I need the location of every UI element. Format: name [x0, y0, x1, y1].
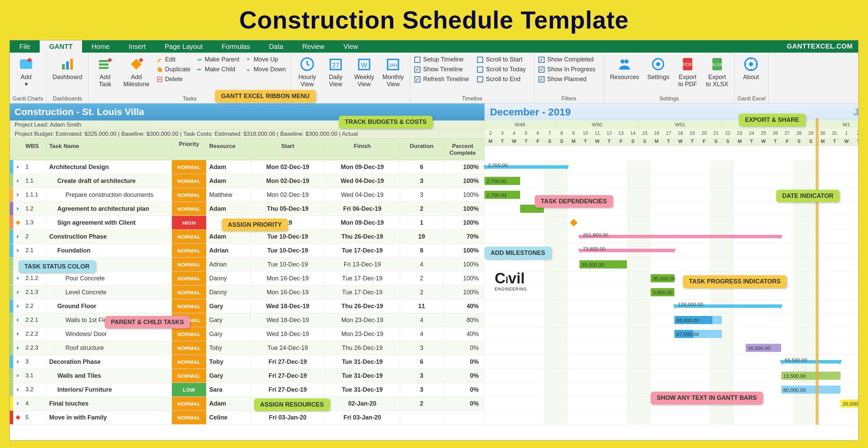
cell-finish[interactable]: Wed 04-Dec-19: [325, 188, 400, 202]
cell-duration[interactable]: 6: [400, 355, 444, 369]
cell-priority[interactable]: NORMAL: [172, 369, 206, 382]
cell-finish[interactable]: Mon 09-Dec-19: [325, 160, 400, 174]
cell-percent[interactable]: 40%: [444, 299, 485, 313]
cell-percent[interactable]: 70%: [444, 230, 485, 243]
table-row[interactable]: 5Move in with FamilyNORMALCelineFri 03-J…: [10, 411, 485, 425]
cell-duration[interactable]: 3: [400, 188, 444, 202]
cell-resource[interactable]: Danny: [206, 272, 251, 285]
cell-percent[interactable]: 100%: [444, 188, 485, 202]
about-button[interactable]: About: [737, 54, 765, 83]
cell-finish[interactable]: Tue 17-Dec-19: [325, 244, 400, 257]
cell-priority[interactable]: NORMAL: [172, 355, 206, 369]
gantt-summary-bar[interactable]: 2,700.00: [485, 165, 568, 169]
exportpdf-button[interactable]: PDFExport to PDF: [674, 54, 701, 90]
gantt-task-bar[interactable]: 65,000.00: [674, 316, 722, 324]
cell-priority[interactable]: NORMAL: [172, 244, 206, 257]
cell-task-name[interactable]: Create draft of architecture: [46, 174, 172, 188]
cell-duration[interactable]: 2: [400, 272, 444, 285]
cell-resource[interactable]: Adam: [206, 174, 251, 188]
cell-duration[interactable]: 8: [400, 244, 444, 257]
table-row[interactable]: 1Architectural DesignNORMALAdamMon 02-De…: [10, 160, 485, 174]
cell-duration[interactable]: 4: [400, 313, 444, 327]
cell-priority[interactable]: NORMAL: [172, 327, 206, 341]
table-row[interactable]: 2.2.2Windows/ DoorNORMALGaryWed 18-Dec-1…: [10, 327, 485, 341]
row-marker-icon[interactable]: [13, 244, 23, 257]
movedown-button[interactable]: Move Down: [243, 65, 288, 74]
cell-priority[interactable]: NORMAL: [172, 285, 206, 299]
cell-finish[interactable]: Tue 17-Dec-19: [325, 285, 400, 299]
gantt-task-bar[interactable]: 47,000.00: [674, 330, 722, 338]
cell-duration[interactable]: 2: [400, 285, 444, 299]
row-marker-icon[interactable]: [13, 327, 23, 341]
gantt-task-bar[interactable]: 13,500.00: [781, 372, 841, 380]
gantt-summary-bar[interactable]: 201,800.00: [579, 235, 781, 238]
menu-data[interactable]: Data: [259, 40, 293, 53]
menu-page-layout[interactable]: Page Layout: [155, 40, 212, 53]
cell-task-name[interactable]: Decoration Phase: [46, 355, 172, 369]
cell-start[interactable]: Fri 03-Jan-20: [251, 411, 325, 424]
gantt-task-bar[interactable]: 80,000.00: [781, 386, 841, 394]
addtask-button[interactable]: Add Task: [92, 54, 119, 90]
cell-start[interactable]: Tue 10-Dec-19: [251, 230, 325, 243]
check-scroll-to-start[interactable]: Scroll to Start: [476, 55, 527, 64]
cell-duration[interactable]: 4: [400, 258, 444, 271]
cell-task-name[interactable]: Interiors/ Furniture: [46, 383, 172, 396]
edit-button[interactable]: Edit: [154, 55, 193, 64]
cell-resource[interactable]: Gary: [206, 327, 251, 341]
row-marker-icon[interactable]: [13, 397, 23, 410]
cell-task-name[interactable]: Sign agreement with Client: [46, 216, 172, 229]
cell-duration[interactable]: 3: [400, 174, 444, 188]
check-show-planned[interactable]: Show Planned: [537, 75, 597, 83]
cell-start[interactable]: Tue 24-Dec-19: [251, 341, 325, 355]
cell-duration[interactable]: 2: [400, 397, 444, 410]
row-marker-icon[interactable]: [13, 299, 23, 313]
table-row[interactable]: 2.2.1Walls to 1st FloNORMALGaryWed 18-De…: [10, 313, 485, 327]
table-row[interactable]: 4Final touchesNORMALAdam02-Jan-2020%: [10, 397, 485, 411]
cell-task-name[interactable]: Agreement to architectural plan: [46, 202, 172, 216]
cell-finish[interactable]: Mon 23-Dec-19: [325, 313, 400, 327]
col-percent[interactable]: Percent Complete: [444, 141, 485, 158]
cell-resource[interactable]: Adrian: [206, 244, 251, 257]
cell-percent[interactable]: 100%: [444, 216, 485, 229]
exportxlsx-button[interactable]: XLSXExport to XLSX: [703, 54, 732, 90]
add-button[interactable]: Add ▾: [13, 54, 40, 90]
cell-percent[interactable]: 0%: [444, 341, 485, 355]
row-marker-icon[interactable]: [13, 313, 23, 327]
weekly-button[interactable]: WWeekly View: [351, 54, 378, 90]
cell-duration[interactable]: 19: [400, 230, 444, 243]
cell-resource[interactable]: Celine: [206, 411, 251, 424]
menu-view[interactable]: View: [334, 40, 368, 53]
cell-percent[interactable]: 100%: [444, 160, 485, 174]
cell-priority[interactable]: NORMAL: [172, 230, 206, 243]
row-marker-icon[interactable]: [13, 216, 23, 229]
cell-start[interactable]: Mon 02-Dec-19: [251, 188, 325, 202]
cell-duration[interactable]: [400, 411, 444, 424]
cell-resource[interactable]: Toby: [206, 341, 251, 355]
menu-gantt[interactable]: GANTT: [40, 40, 82, 53]
cell-resource[interactable]: Adrian: [206, 258, 251, 271]
cell-duration[interactable]: 4: [400, 327, 444, 341]
cell-percent[interactable]: 0%: [444, 369, 485, 382]
cell-task-name[interactable]: Roof structure: [46, 341, 172, 355]
row-marker-icon[interactable]: [13, 411, 23, 424]
row-marker-icon[interactable]: [13, 202, 23, 216]
monthly-button[interactable]: JANMonthly View: [379, 54, 407, 90]
cell-task-name[interactable]: Prepare construction documents: [46, 188, 172, 202]
gantt-summary-bar[interactable]: 93,500.00: [781, 360, 841, 363]
row-marker-icon[interactable]: [13, 174, 23, 188]
cell-task-name[interactable]: Final touches: [46, 397, 172, 410]
cell-priority[interactable]: NORMAL: [172, 258, 206, 271]
table-row[interactable]: 2.2Ground FloorNORMALGaryWed 18-Dec-19Th…: [10, 299, 485, 313]
cell-priority[interactable]: NORMAL: [172, 202, 206, 216]
cell-duration[interactable]: 3: [400, 369, 444, 382]
col-start[interactable]: Start: [251, 141, 325, 152]
cell-start[interactable]: Mon 02-Dec-19: [251, 174, 325, 188]
col-duration[interactable]: Duration: [400, 141, 444, 152]
table-row[interactable]: 3.2Interiors/ FurnitureLOWSaraFri 27-Dec…: [10, 383, 485, 397]
cell-task-name[interactable]: Walls and Tiles: [46, 369, 172, 382]
table-row[interactable]: 3Decoration PhaseNORMALTobyFri 27-Dec-19…: [10, 355, 485, 369]
cell-priority[interactable]: NORMAL: [172, 397, 206, 410]
cell-finish[interactable]: Tue 31-Dec-19: [325, 369, 400, 382]
cell-duration[interactable]: 1: [400, 216, 444, 229]
cell-percent[interactable]: 100%: [444, 258, 485, 271]
